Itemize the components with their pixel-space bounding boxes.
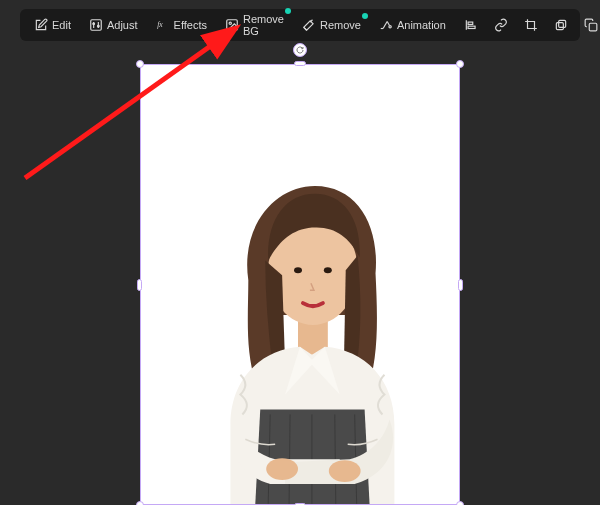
remove-bg-button[interactable]: Remove BG [219, 9, 290, 41]
resize-handle-tl[interactable] [136, 60, 144, 68]
resize-handle-lm[interactable] [137, 279, 142, 291]
remove-button[interactable]: Remove [296, 14, 367, 36]
animation-icon [379, 18, 393, 32]
layers-button[interactable] [550, 14, 572, 36]
effects-icon: fx [156, 18, 170, 32]
align-button[interactable] [460, 14, 482, 36]
premium-badge [362, 13, 368, 19]
svg-point-7 [229, 22, 231, 24]
resize-handle-rm[interactable] [458, 279, 463, 291]
svg-text:fx: fx [157, 20, 163, 29]
remove-bg-icon [225, 18, 239, 32]
edit-icon [34, 18, 48, 32]
edit-button[interactable]: Edit [28, 14, 77, 36]
align-icon [464, 18, 478, 32]
effects-label: Effects [174, 19, 207, 31]
svg-rect-10 [468, 22, 473, 24]
svg-point-18 [324, 267, 332, 273]
svg-rect-0 [91, 20, 102, 31]
resize-handle-bl[interactable] [136, 501, 144, 505]
layers-icon [554, 18, 568, 32]
edit-label: Edit [52, 19, 71, 31]
image-edit-toolbar: Edit Adjust fx Effects Remove BG Remov [20, 9, 580, 41]
svg-rect-13 [556, 23, 563, 30]
svg-point-25 [329, 460, 361, 482]
adjust-label: Adjust [107, 19, 138, 31]
remove-label: Remove [320, 19, 361, 31]
effects-button[interactable]: fx Effects [150, 14, 213, 36]
link-button[interactable] [490, 14, 512, 36]
crop-icon [524, 18, 538, 32]
copy-button[interactable] [580, 14, 600, 36]
adjust-button[interactable]: Adjust [83, 14, 144, 36]
resize-handle-tr[interactable] [456, 60, 464, 68]
svg-rect-12 [559, 20, 566, 27]
canvas-area[interactable] [0, 50, 600, 505]
rotate-handle[interactable] [293, 43, 307, 57]
adjust-icon [89, 18, 103, 32]
svg-point-4 [97, 25, 99, 27]
svg-rect-14 [589, 23, 597, 31]
premium-badge [285, 8, 291, 14]
link-icon [494, 18, 508, 32]
svg-point-2 [93, 23, 95, 25]
svg-rect-11 [468, 26, 475, 28]
svg-point-8 [389, 26, 391, 28]
toolbar-right-group [460, 14, 600, 36]
rotate-icon [296, 46, 304, 54]
animation-label: Animation [397, 19, 446, 31]
svg-point-17 [294, 267, 302, 273]
remove-bg-label: Remove BG [243, 13, 284, 37]
copy-icon [584, 18, 598, 32]
crop-button[interactable] [520, 14, 542, 36]
image-content [141, 166, 459, 504]
svg-point-24 [266, 458, 298, 480]
resize-handle-tm[interactable] [294, 61, 306, 66]
resize-handle-br[interactable] [456, 501, 464, 505]
image-selection[interactable] [140, 64, 460, 505]
animation-button[interactable]: Animation [373, 14, 452, 36]
remove-icon [302, 18, 316, 32]
toolbar-left-group: Edit Adjust fx Effects Remove BG Remov [28, 9, 452, 41]
